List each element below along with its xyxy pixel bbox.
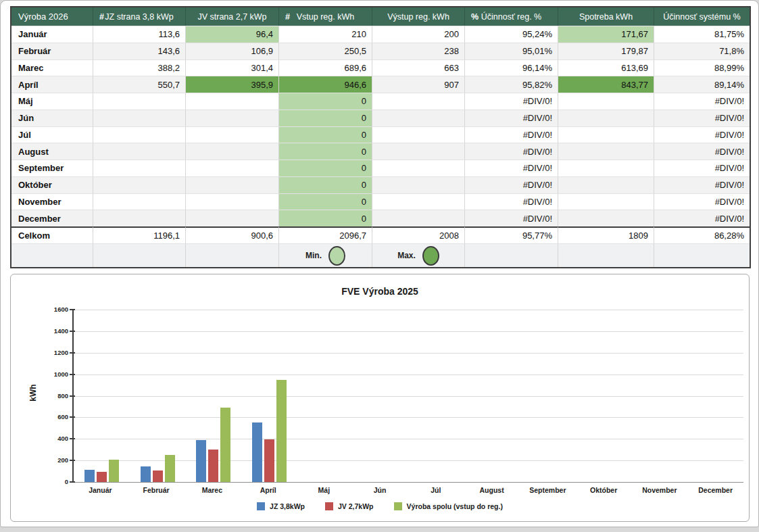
total-cell[interactable]: 1809 <box>558 226 654 243</box>
table-cell[interactable]: 95,82% <box>465 76 558 93</box>
footer-empty-cell[interactable] <box>558 243 654 267</box>
legend-item[interactable]: JV 2,7kWp <box>325 502 374 510</box>
table-cell[interactable] <box>372 193 465 210</box>
table-cell[interactable] <box>558 176 654 193</box>
footer-empty-cell[interactable] <box>186 243 279 267</box>
table-cell[interactable]: 0 <box>279 126 372 143</box>
total-cell[interactable]: 2096,7 <box>279 226 372 243</box>
table-cell[interactable]: 89,14% <box>654 76 750 93</box>
table-cell[interactable] <box>372 160 465 176</box>
chart-bar[interactable] <box>220 408 230 482</box>
table-cell[interactable]: #DIV/0! <box>465 126 558 143</box>
row-month-cell[interactable]: September <box>11 160 93 176</box>
column-header[interactable]: %Účinnosť reg. % <box>465 7 558 26</box>
table-cell[interactable]: #DIV/0! <box>654 193 750 210</box>
chart-bar[interactable] <box>97 472 107 482</box>
table-cell[interactable]: 96,4 <box>186 26 279 43</box>
table-cell[interactable] <box>186 160 279 176</box>
table-cell[interactable] <box>372 176 465 193</box>
table-cell[interactable]: 0 <box>279 110 372 126</box>
table-cell[interactable]: #DIV/0! <box>465 176 558 193</box>
table-cell[interactable]: #DIV/0! <box>465 93 558 110</box>
table-cell[interactable]: #DIV/0! <box>465 210 558 226</box>
table-cell[interactable] <box>186 126 279 143</box>
table-cell[interactable] <box>186 176 279 193</box>
column-header[interactable]: #Vstup reg. kWh <box>279 7 372 26</box>
column-header[interactable]: Účinnosť systému % <box>654 7 750 26</box>
table-cell[interactable]: 395,9 <box>186 76 279 93</box>
table-cell[interactable] <box>93 126 186 143</box>
table-cell[interactable] <box>558 193 654 210</box>
table-cell[interactable] <box>558 110 654 126</box>
row-month-cell[interactable]: Január <box>11 26 93 43</box>
total-cell[interactable]: 95,77% <box>465 226 558 243</box>
table-cell[interactable]: 0 <box>279 160 372 176</box>
table-cell[interactable]: 95,01% <box>465 43 558 59</box>
table-cell[interactable]: #DIV/0! <box>465 110 558 126</box>
table-cell[interactable]: 106,9 <box>186 43 279 59</box>
table-cell[interactable] <box>186 143 279 160</box>
footer-max-cell[interactable]: Max. <box>372 243 465 267</box>
table-cell[interactable] <box>93 193 186 210</box>
table-cell[interactable] <box>93 160 186 176</box>
footer-empty-cell[interactable] <box>654 243 750 267</box>
production-chart[interactable]: FVE Výroba 2025 kWh 02004006008001000120… <box>10 274 750 522</box>
table-cell[interactable]: 388,2 <box>93 59 186 76</box>
table-cell[interactable] <box>372 143 465 160</box>
table-cell[interactable] <box>93 93 186 110</box>
table-cell[interactable]: #DIV/0! <box>654 160 750 176</box>
row-month-cell[interactable]: Marec <box>11 59 93 76</box>
footer-empty-cell[interactable] <box>11 243 93 267</box>
table-cell[interactable]: 689,6 <box>279 59 372 76</box>
table-cell[interactable] <box>186 110 279 126</box>
total-cell[interactable]: 86,28% <box>654 226 750 243</box>
table-cell[interactable] <box>186 210 279 226</box>
chart-bar[interactable] <box>109 460 119 482</box>
total-cell[interactable]: 1196,1 <box>93 226 186 243</box>
column-header[interactable]: Výstup reg. kWh <box>372 7 465 26</box>
chart-bar[interactable] <box>276 380 287 482</box>
table-cell[interactable] <box>372 210 465 226</box>
table-cell[interactable] <box>558 143 654 160</box>
column-header[interactable]: Spotreba kWh <box>558 7 654 26</box>
chart-bar[interactable] <box>165 455 175 482</box>
row-month-cell[interactable]: Október <box>11 176 93 193</box>
table-cell[interactable] <box>93 210 186 226</box>
row-month-cell[interactable]: November <box>11 193 93 210</box>
table-cell[interactable]: #DIV/0! <box>654 143 750 160</box>
table-cell[interactable] <box>93 110 186 126</box>
table-cell[interactable]: #DIV/0! <box>465 143 558 160</box>
chart-bar[interactable] <box>252 422 262 482</box>
table-cell[interactable]: 0 <box>279 193 372 210</box>
table-cell[interactable]: 250,5 <box>279 43 372 59</box>
chart-bar[interactable] <box>153 470 163 482</box>
total-label-cell[interactable]: Celkom <box>11 226 93 243</box>
row-month-cell[interactable]: December <box>11 210 93 226</box>
table-cell[interactable]: 0 <box>279 176 372 193</box>
table-cell[interactable] <box>186 93 279 110</box>
table-cell[interactable]: #DIV/0! <box>654 176 750 193</box>
table-cell[interactable] <box>372 110 465 126</box>
table-cell[interactable] <box>558 160 654 176</box>
table-cell[interactable]: 550,7 <box>93 76 186 93</box>
table-cell[interactable] <box>558 210 654 226</box>
table-cell[interactable] <box>558 93 654 110</box>
max-color-swatch[interactable] <box>422 246 439 266</box>
row-month-cell[interactable]: Jún <box>11 110 93 126</box>
table-cell[interactable] <box>372 93 465 110</box>
column-header[interactable]: #JZ strana 3,8 kWp <box>93 7 186 26</box>
total-cell[interactable]: 2008 <box>372 226 465 243</box>
table-cell[interactable]: #DIV/0! <box>654 210 750 226</box>
table-cell[interactable]: 143,6 <box>93 43 186 59</box>
legend-item[interactable]: JZ 3,8kWp <box>257 502 305 510</box>
table-cell[interactable]: 88,99% <box>654 59 750 76</box>
footer-empty-cell[interactable] <box>93 243 186 267</box>
table-cell[interactable]: 613,69 <box>558 59 654 76</box>
table-cell[interactable]: 200 <box>372 26 465 43</box>
column-header[interactable]: JV strana 2,7 kWp <box>186 7 279 26</box>
table-cell[interactable]: 0 <box>279 210 372 226</box>
table-cell[interactable]: 843,77 <box>558 76 654 93</box>
table-cell[interactable] <box>93 143 186 160</box>
footer-min-cell[interactable]: Min. <box>279 243 372 267</box>
table-cell[interactable] <box>93 176 186 193</box>
